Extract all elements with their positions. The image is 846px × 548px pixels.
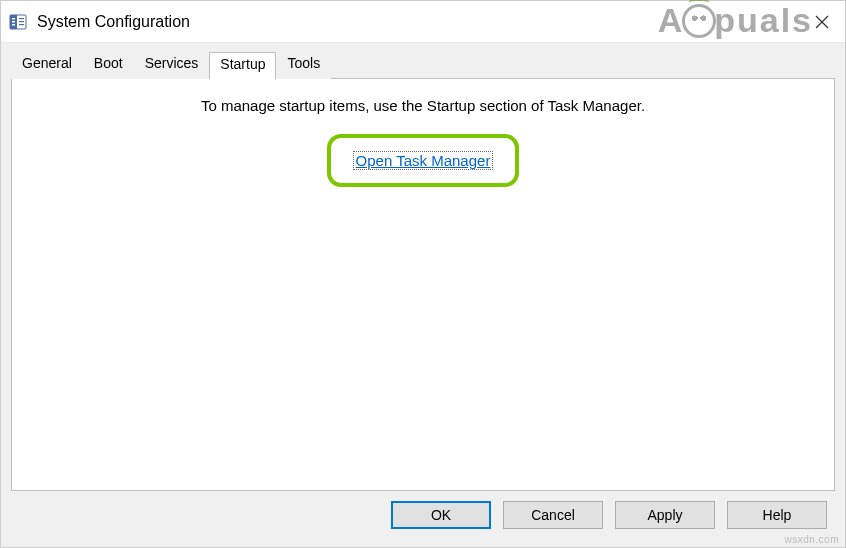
svg-rect-3 — [12, 21, 15, 23]
titlebar: System Configuration — [1, 1, 845, 43]
close-icon — [815, 15, 829, 29]
cancel-button[interactable]: Cancel — [503, 501, 603, 529]
svg-rect-2 — [12, 18, 15, 20]
msconfig-icon — [9, 13, 27, 31]
startup-instruction: To manage startup items, use the Startup… — [12, 97, 834, 114]
window-title: System Configuration — [37, 13, 837, 31]
open-task-manager-link[interactable]: Open Task Manager — [353, 151, 494, 170]
help-button[interactable]: Help — [727, 501, 827, 529]
tab-boot[interactable]: Boot — [83, 51, 134, 79]
source-attribution: wsxdn.com — [784, 534, 839, 545]
system-configuration-window: System Configuration A puals General Boo… — [0, 0, 846, 548]
tabstrip: General Boot Services Startup Tools — [11, 51, 835, 79]
svg-rect-7 — [19, 24, 24, 25]
apply-button[interactable]: Apply — [615, 501, 715, 529]
svg-rect-4 — [12, 24, 15, 26]
client-area: General Boot Services Startup Tools To m… — [1, 43, 845, 547]
svg-rect-5 — [19, 18, 24, 19]
close-button[interactable] — [799, 1, 845, 43]
tab-services[interactable]: Services — [134, 51, 210, 79]
ok-button[interactable]: OK — [391, 501, 491, 529]
startup-panel: To manage startup items, use the Startup… — [11, 78, 835, 491]
tab-general[interactable]: General — [11, 51, 83, 79]
highlight-annotation: Open Task Manager — [327, 134, 520, 187]
tab-tools[interactable]: Tools — [276, 51, 331, 79]
tab-startup[interactable]: Startup — [209, 52, 276, 80]
dialog-buttons: OK Cancel Apply Help — [11, 491, 835, 537]
svg-rect-6 — [19, 21, 24, 22]
